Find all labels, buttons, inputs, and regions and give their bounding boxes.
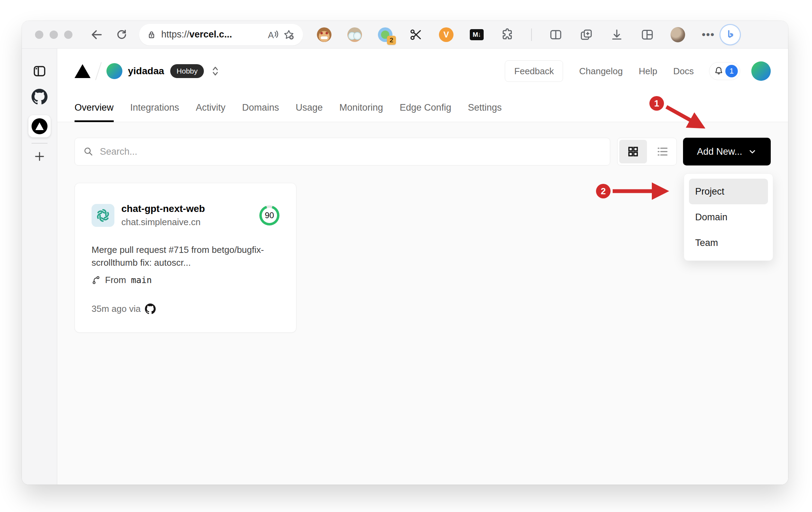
add-new-button[interactable]: Add New... bbox=[683, 138, 771, 165]
browser-sidebar bbox=[22, 49, 57, 485]
help-link[interactable]: Help bbox=[639, 66, 657, 77]
traffic-lights bbox=[35, 31, 72, 39]
project-domain[interactable]: chat.simplenaive.cn bbox=[121, 217, 205, 228]
sidebar-item-github[interactable] bbox=[32, 89, 47, 105]
sidebar-add-button[interactable] bbox=[34, 151, 45, 162]
sidebar-toggle-button[interactable] bbox=[32, 64, 47, 78]
dropdown-item-project[interactable]: Project bbox=[689, 179, 768, 204]
tab-activity[interactable]: Activity bbox=[196, 94, 226, 122]
workspaces-button[interactable] bbox=[640, 27, 655, 42]
project-favicon bbox=[92, 204, 114, 227]
dashboard-tabs: Overview Integrations Activity Domains U… bbox=[57, 94, 788, 122]
dropdown-item-domain[interactable]: Domain bbox=[689, 204, 768, 230]
vercel-app-icon bbox=[32, 118, 47, 134]
video-extension-icon[interactable]: V bbox=[439, 27, 453, 42]
refresh-button[interactable] bbox=[114, 27, 129, 42]
tab-overview[interactable]: Overview bbox=[75, 94, 114, 122]
list-view-button[interactable] bbox=[649, 145, 676, 158]
tab-domains[interactable]: Domains bbox=[242, 94, 279, 122]
svg-text:A: A bbox=[268, 30, 274, 40]
project-meta: chat-gpt-next-web chat.simplenaive.cn bbox=[121, 203, 205, 228]
bing-icon bbox=[724, 29, 736, 41]
projects-controls: Add New... bbox=[75, 138, 771, 165]
extensions-menu-button[interactable] bbox=[500, 27, 515, 42]
download-icon bbox=[610, 28, 624, 42]
tab-monitoring[interactable]: Monitoring bbox=[339, 94, 383, 122]
branch-name: main bbox=[131, 275, 152, 285]
search-icon bbox=[83, 146, 94, 157]
read-aloud-icon: A bbox=[267, 29, 279, 41]
translate-extension-icon[interactable]: 2 bbox=[378, 27, 392, 42]
tab-edge-config[interactable]: Edge Config bbox=[400, 94, 451, 122]
downloads-button[interactable] bbox=[610, 27, 624, 42]
changelog-link[interactable]: Changelog bbox=[579, 66, 623, 77]
extensions-area: 2 V M↓ bbox=[317, 27, 716, 42]
latest-commit-message: Merge pull request #715 from betgo/bugfi… bbox=[92, 244, 268, 269]
docs-link[interactable]: Docs bbox=[673, 66, 694, 77]
split-screen-icon bbox=[549, 28, 563, 42]
markdown-extension-icon[interactable]: M↓ bbox=[469, 27, 484, 42]
plus-icon bbox=[34, 151, 45, 162]
branch-row: From main bbox=[92, 275, 279, 285]
header-actions: Feedback Changelog Help Docs 1 bbox=[505, 60, 771, 82]
read-aloud-button[interactable]: A bbox=[265, 27, 281, 43]
avatar-extension-icon[interactable] bbox=[347, 27, 362, 42]
account-name: yidadaa bbox=[128, 66, 164, 77]
account-avatar bbox=[106, 63, 122, 79]
dashboard-body: Add New... bbox=[57, 122, 788, 485]
tab-settings[interactable]: Settings bbox=[468, 94, 502, 122]
user-avatar[interactable] bbox=[751, 61, 771, 81]
more-menu-button[interactable]: ••• bbox=[701, 27, 716, 42]
list-view-icon bbox=[656, 145, 669, 158]
git-branch-icon bbox=[92, 275, 101, 285]
search-input[interactable] bbox=[100, 146, 602, 157]
back-arrow-icon bbox=[90, 28, 103, 41]
clipper-extension-icon[interactable] bbox=[408, 27, 423, 42]
monkey-extension-icon[interactable] bbox=[317, 27, 331, 42]
close-window-button[interactable] bbox=[35, 31, 43, 39]
grid-view-icon bbox=[627, 146, 639, 157]
extension-count-badge: 2 bbox=[387, 36, 396, 45]
sidebar-item-vercel-active[interactable] bbox=[28, 115, 51, 137]
collections-icon bbox=[579, 28, 593, 42]
github-icon bbox=[32, 89, 47, 105]
vercel-dashboard: yidadaa Hobby Feedback Changelog Help Do… bbox=[57, 49, 788, 485]
view-toggle bbox=[617, 138, 677, 165]
vercel-logo[interactable] bbox=[75, 64, 90, 78]
scope-selector-button[interactable] bbox=[211, 65, 220, 77]
from-label: From bbox=[105, 275, 126, 285]
lighthouse-score-ring: 90 bbox=[259, 205, 279, 225]
url-text: https://vercel.c... bbox=[161, 29, 265, 40]
favorite-button[interactable] bbox=[281, 27, 297, 43]
zoom-window-button[interactable] bbox=[64, 31, 72, 39]
deployment-time: 35m ago via bbox=[92, 304, 141, 314]
lighthouse-score-value: 90 bbox=[262, 208, 277, 223]
openai-icon bbox=[96, 208, 110, 223]
grid-view-button[interactable] bbox=[619, 140, 647, 163]
tab-usage[interactable]: Usage bbox=[296, 94, 323, 122]
tab-integrations[interactable]: Integrations bbox=[130, 94, 179, 122]
split-screen-button[interactable] bbox=[548, 27, 563, 42]
plan-badge: Hobby bbox=[170, 64, 204, 78]
sidebar-divider bbox=[32, 143, 47, 144]
lock-icon bbox=[147, 30, 156, 40]
search-box[interactable] bbox=[75, 138, 610, 165]
collections-button[interactable] bbox=[579, 27, 594, 42]
vercel-triangle-icon bbox=[35, 122, 44, 130]
dropdown-item-team[interactable]: Team bbox=[689, 230, 768, 256]
browser-window: https://vercel.c... A 2 V bbox=[22, 21, 788, 485]
address-bar[interactable]: https://vercel.c... A bbox=[139, 24, 303, 45]
profile-avatar[interactable] bbox=[671, 27, 685, 42]
project-card[interactable]: chat-gpt-next-web chat.simplenaive.cn 90… bbox=[75, 183, 296, 333]
deployment-meta: 35m ago via bbox=[92, 304, 279, 314]
add-new-label: Add New... bbox=[697, 146, 742, 157]
notifications-button[interactable]: 1 bbox=[709, 62, 740, 80]
site-header: yidadaa Hobby Feedback Changelog Help Do… bbox=[57, 49, 788, 94]
back-button[interactable] bbox=[89, 27, 104, 42]
feedback-button[interactable]: Feedback bbox=[505, 60, 563, 82]
minimize-window-button[interactable] bbox=[50, 31, 58, 39]
screen: https://vercel.c... A 2 V bbox=[0, 0, 812, 512]
add-new-dropdown: Project Domain Team bbox=[684, 173, 773, 261]
breadcrumb-slash bbox=[95, 62, 102, 80]
bing-chat-button[interactable] bbox=[720, 25, 740, 44]
